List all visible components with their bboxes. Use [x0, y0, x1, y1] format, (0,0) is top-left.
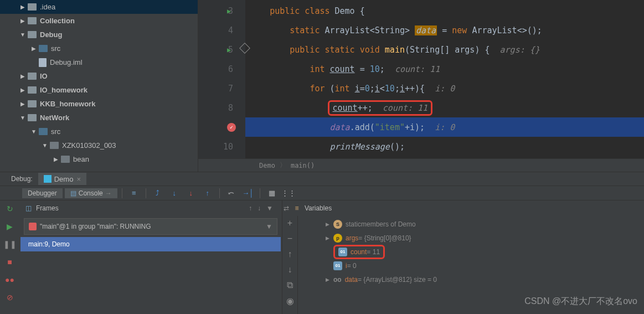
primitive-badge-icon: 01	[333, 261, 342, 270]
up-icon[interactable]: ↑	[288, 249, 292, 259]
folder-icon	[28, 17, 37, 24]
code-token: static	[324, 45, 354, 55]
tree-item-debug[interactable]: Debug	[0, 28, 198, 42]
tree-item-iml[interactable]: Debug.iml	[0, 55, 198, 69]
tree-item-network[interactable]: NetWork	[0, 111, 198, 125]
stack-frame[interactable]: main:9, Demo	[20, 237, 281, 251]
close-icon[interactable]: ×	[76, 175, 81, 183]
folder-icon	[39, 45, 48, 52]
code-token: <	[380, 84, 385, 94]
code-token: =	[437, 25, 452, 35]
param-badge-icon: p	[333, 234, 342, 243]
breadcrumb[interactable]: Demo 〉 main()	[198, 158, 644, 172]
tree-item-xzk[interactable]: XZK010302_003	[0, 138, 198, 152]
package-icon	[50, 142, 59, 149]
show-icon[interactable]: ◉	[286, 296, 294, 306]
thread-selector[interactable]: "main"@1 in group "main": RUNNING ▼	[24, 218, 277, 235]
remove-watch-icon[interactable]: −	[287, 234, 292, 244]
threads-icon[interactable]: ≡	[128, 188, 140, 199]
breadcrumb-item[interactable]: main()	[291, 162, 315, 169]
code-area[interactable]: public class Demo { static ArrayList<Str…	[245, 0, 644, 158]
code-token: int	[335, 84, 350, 94]
chevron-right-icon	[29, 45, 39, 52]
static-badge-icon: S	[333, 220, 342, 229]
stop-icon[interactable]: ■	[5, 257, 15, 267]
var-name: count	[351, 248, 367, 256]
tree-item-collection[interactable]: Collection	[0, 14, 198, 28]
variable-row[interactable]: ▶pargs = {String[0]@810}	[298, 231, 644, 245]
panel-title: Frames	[36, 204, 59, 212]
code-token: static	[290, 25, 320, 35]
tree-label: XZK010302_003	[62, 141, 116, 150]
debug-sidebar: ↻ ▶ ❚❚ ■ ●● ⊘	[0, 200, 19, 314]
tree-item-src[interactable]: src	[0, 42, 198, 55]
project-tree[interactable]: .idea Collection Debug src Debug.iml IO …	[0, 0, 198, 172]
tree-item-iohw[interactable]: IO_homework	[0, 83, 198, 97]
code-token: count	[330, 64, 355, 74]
tab-console[interactable]: ▤Console→	[65, 188, 117, 198]
var-value: = {ArrayList@812} size = 0	[358, 276, 437, 284]
variable-row[interactable]: 01i = 0	[298, 259, 644, 272]
code-token: ;	[380, 64, 395, 74]
breadcrumb-item[interactable]: Demo	[259, 162, 275, 169]
variable-row[interactable]: ▶oodata = {ArrayList@812} size = 0	[298, 272, 644, 286]
tree-item-idea[interactable]: .idea	[0, 0, 198, 14]
link-icon[interactable]: ⇄	[284, 204, 289, 212]
mute-breakpoints-icon[interactable]: ⊘	[5, 292, 15, 302]
variables-icon: ≡	[292, 204, 301, 213]
step-out-icon[interactable]: ↑	[202, 188, 213, 199]
chevron-right-icon	[18, 4, 28, 10]
code-editor[interactable]: 3▶ 4 5▶ 6 7 8 9✓ 10 public class Demo { …	[198, 0, 644, 172]
force-step-into-icon[interactable]: ↓	[186, 188, 197, 199]
tab-debugger[interactable]: Debugger	[22, 188, 63, 198]
code-token: new	[452, 25, 467, 35]
tree-item-io[interactable]: IO	[0, 69, 198, 83]
run-icon[interactable]: ▶	[227, 46, 231, 54]
run-icon[interactable]: ▶	[227, 7, 231, 15]
step-over-icon[interactable]: ⤴	[152, 188, 163, 199]
highlight-box: 01count = 11	[333, 245, 385, 259]
folder-icon	[28, 3, 37, 11]
drop-frame-icon[interactable]: ⤺	[226, 188, 237, 199]
tree-label: bean	[73, 155, 89, 163]
tree-item-bean[interactable]: bean	[0, 152, 198, 166]
var-value: = {String[0]@810}	[358, 234, 411, 242]
add-watch-icon[interactable]: +	[287, 218, 292, 228]
chevron-down-icon	[40, 142, 50, 148]
variable-row[interactable]: 01count = 11	[298, 245, 644, 259]
tree-item-netsrc[interactable]: src	[0, 125, 198, 138]
resume-icon[interactable]: ▶	[5, 222, 15, 231]
pause-icon[interactable]: ❚❚	[5, 239, 15, 249]
debug-tab[interactable]: Demo ×	[38, 173, 86, 185]
code-token: data	[330, 122, 350, 132]
view-breakpoints-icon[interactable]: ●●	[5, 275, 15, 285]
var-name: data	[345, 276, 358, 284]
tree-label: .idea	[40, 3, 55, 11]
thread-icon	[29, 223, 37, 230]
evaluate-icon[interactable]: ▦	[266, 188, 277, 199]
tree-label: IO_homework	[40, 86, 87, 94]
code-token: data	[415, 25, 437, 35]
editor-gutter[interactable]: 3▶ 4 5▶ 6 7 8 9✓ 10	[198, 0, 245, 158]
frame-label: main:9, Demo	[28, 240, 70, 248]
breakpoint-icon[interactable]: ✓	[227, 123, 236, 132]
trace-icon[interactable]: ⋮⋮	[283, 188, 294, 199]
code-token: {	[355, 6, 365, 16]
folder-icon	[28, 31, 37, 38]
package-icon	[61, 156, 70, 163]
prev-frame-icon[interactable]: ↑	[249, 204, 252, 212]
tree-item-kkb[interactable]: KKB_homework	[0, 97, 198, 111]
chevron-right-icon	[18, 18, 28, 24]
chevron-down-icon	[18, 32, 28, 38]
var-value: = 0	[347, 262, 357, 270]
down-icon[interactable]: ↓	[288, 265, 292, 275]
run-to-cursor-icon[interactable]: →│	[243, 188, 254, 199]
line-number: 4	[228, 25, 233, 35]
object-badge-icon: oo	[333, 276, 342, 284]
rerun-icon[interactable]: ↻	[5, 204, 15, 214]
next-frame-icon[interactable]: ↓	[257, 204, 261, 212]
variable-row[interactable]: ▶Sstatic members of Demo	[298, 217, 644, 231]
copy-icon[interactable]: ⧉	[287, 280, 293, 290]
step-into-icon[interactable]: ↓	[169, 188, 180, 199]
filter-icon[interactable]: ▼	[266, 204, 273, 212]
